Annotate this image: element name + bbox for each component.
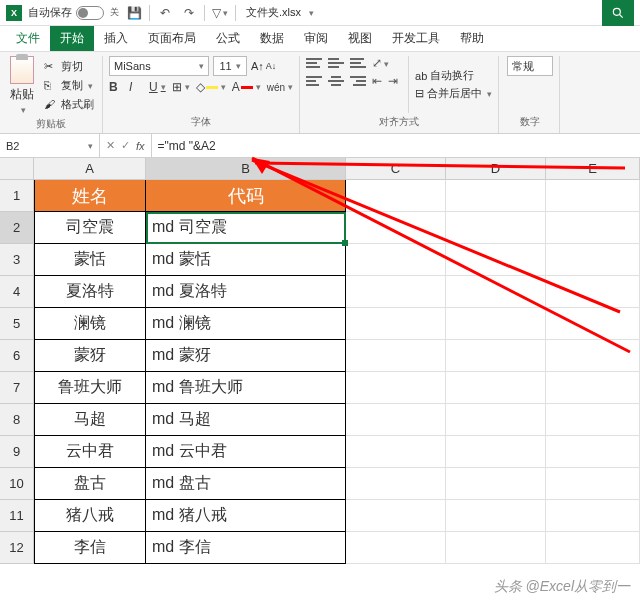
search-button[interactable]: [602, 0, 634, 26]
align-right-icon[interactable]: [350, 75, 366, 87]
cell-B9[interactable]: md 云中君: [146, 436, 346, 468]
cell-E6[interactable]: [546, 340, 640, 372]
cell-B3[interactable]: md 蒙恬: [146, 244, 346, 276]
cell-E10[interactable]: [546, 468, 640, 500]
cell-E5[interactable]: [546, 308, 640, 340]
align-top-icon[interactable]: [306, 57, 322, 69]
tab-data[interactable]: 数据: [250, 26, 294, 51]
shrink-font-icon[interactable]: A↓: [266, 61, 277, 71]
phonetic-button[interactable]: wén▾: [267, 82, 293, 93]
cell-A6[interactable]: 蒙犽: [34, 340, 146, 372]
cell-B6[interactable]: md 蒙犽: [146, 340, 346, 372]
cell-E4[interactable]: [546, 276, 640, 308]
cell-C7[interactable]: [346, 372, 446, 404]
cell-A12[interactable]: 李信: [34, 532, 146, 564]
cell-B11[interactable]: md 猪八戒: [146, 500, 346, 532]
cell-C12[interactable]: [346, 532, 446, 564]
cell-D3[interactable]: [446, 244, 546, 276]
cell-A7[interactable]: 鲁班大师: [34, 372, 146, 404]
fill-color-button[interactable]: ◇▾: [196, 80, 226, 94]
copy-button[interactable]: ⎘复制▾: [42, 77, 96, 94]
paste-button[interactable]: 粘贴 ▾: [6, 56, 38, 115]
cell-B8[interactable]: md 马超: [146, 404, 346, 436]
cancel-formula-icon[interactable]: ✕: [106, 139, 115, 152]
col-header-A[interactable]: A: [34, 158, 146, 180]
cell-C9[interactable]: [346, 436, 446, 468]
align-left-icon[interactable]: [306, 75, 322, 87]
cell-B10[interactable]: md 盘古: [146, 468, 346, 500]
tab-file[interactable]: 文件: [6, 26, 50, 51]
cell-A2[interactable]: 司空震: [34, 212, 146, 244]
cell-E1[interactable]: [546, 180, 640, 212]
save-icon[interactable]: 💾: [125, 4, 143, 22]
formula-input[interactable]: ="md "&A2: [152, 134, 640, 157]
grow-font-icon[interactable]: A↑: [251, 60, 264, 72]
format-painter-button[interactable]: 🖌格式刷: [42, 96, 96, 113]
row-header[interactable]: 9: [0, 436, 34, 468]
cell-E9[interactable]: [546, 436, 640, 468]
border-button[interactable]: ⊞▾: [172, 80, 190, 94]
col-header-E[interactable]: E: [546, 158, 640, 180]
row-header[interactable]: 12: [0, 532, 34, 564]
cell-B2[interactable]: md 司空震: [146, 212, 346, 244]
autosave-toggle[interactable]: 自动保存 关: [28, 5, 119, 20]
cell-C3[interactable]: [346, 244, 446, 276]
col-header-B[interactable]: B: [146, 158, 346, 180]
cell-D8[interactable]: [446, 404, 546, 436]
row-header[interactable]: 3: [0, 244, 34, 276]
font-color-button[interactable]: A▾: [232, 80, 261, 94]
tab-view[interactable]: 视图: [338, 26, 382, 51]
cell-D12[interactable]: [446, 532, 546, 564]
cell-E2[interactable]: [546, 212, 640, 244]
italic-button[interactable]: I: [129, 80, 143, 94]
row-header[interactable]: 10: [0, 468, 34, 500]
cell-D11[interactable]: [446, 500, 546, 532]
accept-formula-icon[interactable]: ✓: [121, 139, 130, 152]
wrap-text-button[interactable]: ab自动换行: [415, 68, 492, 83]
cell-C6[interactable]: [346, 340, 446, 372]
align-center-icon[interactable]: [328, 75, 344, 87]
cell-A8[interactable]: 马超: [34, 404, 146, 436]
cell-D9[interactable]: [446, 436, 546, 468]
select-all-corner[interactable]: [0, 158, 34, 180]
tab-review[interactable]: 审阅: [294, 26, 338, 51]
cell-C4[interactable]: [346, 276, 446, 308]
row-header[interactable]: 8: [0, 404, 34, 436]
underline-button[interactable]: U▾: [149, 80, 166, 94]
align-middle-icon[interactable]: [328, 57, 344, 69]
tab-home[interactable]: 开始: [50, 26, 94, 51]
tab-insert[interactable]: 插入: [94, 26, 138, 51]
cell-A5[interactable]: 澜镜: [34, 308, 146, 340]
font-name-select[interactable]: MiSans▾: [109, 56, 209, 76]
cell-E11[interactable]: [546, 500, 640, 532]
cell-D1[interactable]: [446, 180, 546, 212]
cell-C10[interactable]: [346, 468, 446, 500]
name-box[interactable]: B2▾: [0, 134, 100, 157]
merge-center-button[interactable]: ⊟合并后居中▾: [415, 86, 492, 101]
font-size-select[interactable]: 11▾: [213, 56, 247, 76]
cell-A3[interactable]: 蒙恬: [34, 244, 146, 276]
row-header[interactable]: 6: [0, 340, 34, 372]
cell-C8[interactable]: [346, 404, 446, 436]
cell-D2[interactable]: [446, 212, 546, 244]
cell-C2[interactable]: [346, 212, 446, 244]
cell-E3[interactable]: [546, 244, 640, 276]
tab-help[interactable]: 帮助: [450, 26, 494, 51]
cell-B1[interactable]: 代码: [146, 180, 346, 212]
cell-E12[interactable]: [546, 532, 640, 564]
cut-button[interactable]: ✂剪切: [42, 58, 96, 75]
cell-B12[interactable]: md 李信: [146, 532, 346, 564]
cell-B7[interactable]: md 鲁班大师: [146, 372, 346, 404]
cell-D5[interactable]: [446, 308, 546, 340]
cell-E8[interactable]: [546, 404, 640, 436]
row-header[interactable]: 11: [0, 500, 34, 532]
row-header[interactable]: 1: [0, 180, 34, 212]
cell-B4[interactable]: md 夏洛特: [146, 276, 346, 308]
cell-C11[interactable]: [346, 500, 446, 532]
row-header[interactable]: 2: [0, 212, 34, 244]
cell-C5[interactable]: [346, 308, 446, 340]
redo-icon[interactable]: ↷: [180, 4, 198, 22]
undo-icon[interactable]: ↶: [156, 4, 174, 22]
cell-A11[interactable]: 猪八戒: [34, 500, 146, 532]
number-format-select[interactable]: 常规: [507, 56, 553, 76]
